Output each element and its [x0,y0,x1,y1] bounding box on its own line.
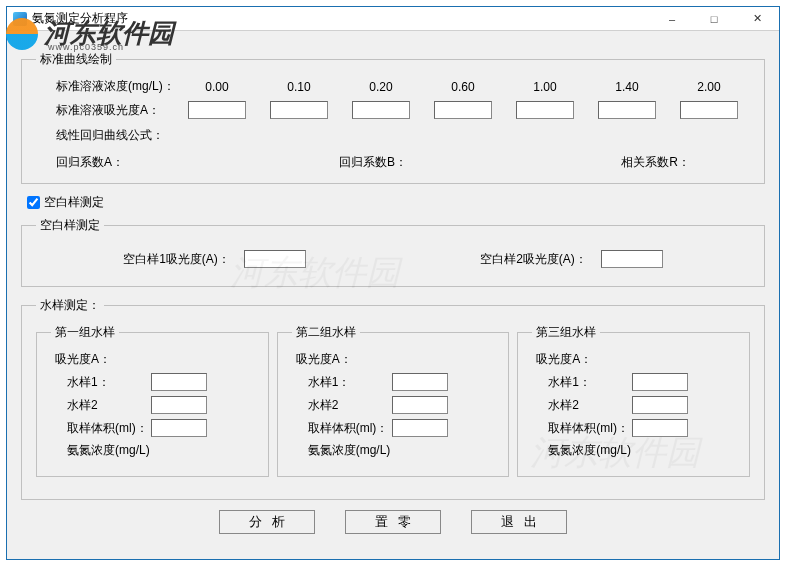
group2-vol-label: 取样体积(ml)： [292,420,392,437]
app-window: 氨氮测定分析程序 – □ ✕ 标准曲线绘制 标准溶液浓度(mg/L)： 0.00… [6,6,780,560]
group3-vol-label: 取样体积(ml)： [532,420,632,437]
standard-curve-legend: 标准曲线绘制 [36,51,116,68]
blank1-input[interactable] [244,250,306,268]
sample-group-3: 第三组水样 吸光度A： 水样1： 水样2 取样体积(ml)： 氨氮浓度(mg/L… [517,324,750,477]
std-abs-input-3[interactable] [434,101,492,119]
std-conc-value: 0.00 [176,80,258,94]
std-abs-input-4[interactable] [516,101,574,119]
coef-a-label: 回归系数A： [56,154,267,171]
blank1-label: 空白样1吸光度(A)： [123,251,230,268]
std-conc-value: 0.60 [422,80,504,94]
blank2-label: 空白样2吸光度(A)： [480,251,587,268]
std-conc-label: 标准溶液浓度(mg/L)： [36,78,176,95]
group3-abs-label: 吸光度A： [532,351,735,368]
std-conc-value: 0.20 [340,80,422,94]
group1-vol-input[interactable] [151,419,207,437]
std-conc-value: 2.00 [668,80,750,94]
sample-group-1-legend: 第一组水样 [51,324,119,341]
blank-measure-checkbox-label: 空白样测定 [44,194,104,211]
group3-s1-label: 水样1： [532,374,632,391]
group2-s2-input[interactable] [392,396,448,414]
group1-s1-input[interactable] [151,373,207,391]
std-conc-value: 0.10 [258,80,340,94]
group3-s2-input[interactable] [632,396,688,414]
water-samples-group: 水样测定： 第一组水样 吸光度A： 水样1： 水样2 取样体积(ml)： 氨氮浓… [21,297,765,500]
std-conc-value: 1.00 [504,80,586,94]
sample-group-1: 第一组水样 吸光度A： 水样1： 水样2 取样体积(ml)： 氨氮浓度(mg/L… [36,324,269,477]
regression-formula-label: 线性回归曲线公式： [56,128,164,142]
group2-abs-label: 吸光度A： [292,351,495,368]
std-abs-input-1[interactable] [270,101,328,119]
group1-s2-input[interactable] [151,396,207,414]
minimize-button[interactable]: – [651,8,693,30]
close-button[interactable]: ✕ [735,8,779,30]
group2-vol-input[interactable] [392,419,448,437]
exit-button[interactable]: 退出 [471,510,567,534]
analyze-button[interactable]: 分析 [219,510,315,534]
group1-abs-label: 吸光度A： [51,351,254,368]
water-samples-legend: 水样测定： [36,297,104,314]
group1-s1-label: 水样1： [51,374,151,391]
group3-s2-label: 水样2 [532,397,632,414]
std-abs-input-0[interactable] [188,101,246,119]
coef-b-label: 回归系数B： [267,154,478,171]
group2-s2-label: 水样2 [292,397,392,414]
window-title: 氨氮测定分析程序 [32,10,128,27]
app-icon [13,12,27,26]
standard-curve-group: 标准曲线绘制 标准溶液浓度(mg/L)： 0.00 0.10 0.20 0.60… [21,51,765,184]
group3-conc-label: 氨氮浓度(mg/L) [532,442,631,459]
blank-measure-legend: 空白样测定 [36,217,104,234]
reset-button[interactable]: 置零 [345,510,441,534]
std-abs-input-6[interactable] [680,101,738,119]
group1-vol-label: 取样体积(ml)： [51,420,151,437]
blank2-input[interactable] [601,250,663,268]
sample-group-2-legend: 第二组水样 [292,324,360,341]
group1-s2-label: 水样2 [51,397,151,414]
sample-group-2: 第二组水样 吸光度A： 水样1： 水样2 取样体积(ml)： 氨氮浓度(mg/L… [277,324,510,477]
std-conc-value: 1.40 [586,80,668,94]
std-abs-input-5[interactable] [598,101,656,119]
group2-conc-label: 氨氮浓度(mg/L) [292,442,391,459]
group3-s1-input[interactable] [632,373,688,391]
std-abs-input-2[interactable] [352,101,410,119]
group2-s1-label: 水样1： [292,374,392,391]
group2-s1-input[interactable] [392,373,448,391]
maximize-button[interactable]: □ [693,8,735,30]
group1-conc-label: 氨氮浓度(mg/L) [51,442,150,459]
blank-measure-checkbox[interactable] [27,196,40,209]
coef-r-label: 相关系数R： [479,154,750,171]
std-abs-label: 标准溶液吸光度A： [36,102,176,119]
titlebar[interactable]: 氨氮测定分析程序 – □ ✕ [7,7,779,31]
blank-measure-group: 空白样测定 空白样1吸光度(A)： 空白样2吸光度(A)： [21,217,765,287]
sample-group-3-legend: 第三组水样 [532,324,600,341]
group3-vol-input[interactable] [632,419,688,437]
